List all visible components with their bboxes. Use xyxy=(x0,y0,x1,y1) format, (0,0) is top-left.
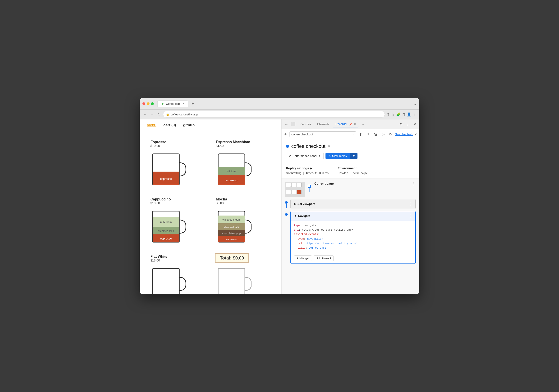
main-content: menu cart (0) github Espresso $10.00 esp… xyxy=(140,119,419,294)
bookmark-icon[interactable]: ☆ xyxy=(391,112,394,116)
active-tab[interactable]: ▼ Coffee cart ✕ xyxy=(157,100,188,107)
add-timeout-button[interactable]: Add timeout xyxy=(314,256,334,261)
extensions-icon[interactable]: 🧩 xyxy=(396,112,401,116)
step-dot-1 xyxy=(285,201,288,204)
recorder-tab-close-icon[interactable]: ✕ xyxy=(354,123,356,125)
performance-panel-button[interactable]: ⟳ Performance panel ▼ xyxy=(286,153,324,159)
devtools-more-icon[interactable]: ⋮ xyxy=(405,121,411,127)
slow-replay-group: ▷ Slow replay ▼ xyxy=(326,153,357,159)
product-cappuccino[interactable]: Cappuccino $19.00 milk foam steamed milk… xyxy=(145,194,211,251)
traffic-lights xyxy=(142,102,154,105)
close-traffic-light[interactable] xyxy=(142,102,145,105)
inspect-element-icon[interactable]: ⊹ xyxy=(283,121,289,127)
performance-panel-icon: ⟳ xyxy=(289,154,291,158)
slow-replay-button[interactable]: ▷ Slow replay xyxy=(326,153,350,159)
share-icon[interactable]: ⬆ xyxy=(387,112,390,116)
product-name: Cappuccino xyxy=(150,197,205,201)
tab-elements[interactable]: Elements xyxy=(315,121,332,127)
lock-icon: 🔒 xyxy=(166,113,169,116)
product-americano[interactable]: Ameri... $7.00 Total: $0.00 xyxy=(211,251,276,294)
svg-text:espresso: espresso xyxy=(225,179,237,182)
nav-github-link[interactable]: github xyxy=(183,123,195,127)
device-toolbar-icon[interactable]: ⬜ xyxy=(290,121,297,127)
code-type-key: type xyxy=(294,224,300,227)
minimize-traffic-light[interactable] xyxy=(147,102,149,105)
send-feedback-link[interactable]: Send feedback xyxy=(395,133,413,136)
product-name: Mocha xyxy=(216,197,271,201)
current-page-more-icon[interactable]: ⋮ xyxy=(412,181,416,186)
recording-title-text: coffee checkout xyxy=(291,143,326,149)
code-nav-url-val: https://coffee-cart.netlify.app/ xyxy=(306,242,357,245)
replay-icon[interactable]: ▷ xyxy=(381,131,386,137)
product-name: Espresso xyxy=(150,140,205,144)
code-nav-url-key: url xyxy=(298,242,302,245)
navigate-more-icon[interactable]: ⋮ xyxy=(408,214,412,218)
cast-icon[interactable]: ⊓ xyxy=(402,112,405,116)
product-mocha[interactable]: Mocha $8.00 whipped cream steamed milk c… xyxy=(211,194,276,251)
code-nav-title-val: Coffee cart xyxy=(309,246,326,249)
address-bar-row: ← → ↻ 🔒 coffee-cart.netlify.app ⬆ ☆ 🧩 ⊓ … xyxy=(140,110,419,119)
product-espresso[interactable]: Espresso $10.00 espresso xyxy=(145,136,211,194)
record-icon[interactable]: ⟳ xyxy=(388,131,393,137)
code-nav-title-key: title xyxy=(298,246,306,249)
title-bar-controls: ⌄ xyxy=(414,102,417,106)
code-url-val: https://coffee-cart.netlify.app/ xyxy=(302,228,353,232)
product-flat-white[interactable]: Flat White $18.00 xyxy=(145,251,211,294)
cappuccino-mug-svg: milk foam steamed milk espresso xyxy=(150,207,186,247)
timeline-thumb-col xyxy=(285,181,305,197)
help-icon[interactable]: ? xyxy=(415,132,417,136)
edit-recording-name-icon[interactable]: ✏ xyxy=(328,144,331,148)
recording-select-dropdown[interactable]: coffee checkout ⌄ xyxy=(289,131,356,137)
browser-window: ▼ Coffee cart ✕ + ⌄ ← → ↻ 🔒 coffee-cart.… xyxy=(140,98,419,294)
product-espresso-macchiato[interactable]: Espresso Macchiato $12.00 milk foam espr… xyxy=(211,136,276,194)
current-page-header: Current page ⋮ xyxy=(314,181,416,186)
address-bar[interactable]: 🔒 coffee-cart.netlify.app xyxy=(163,111,385,118)
import-icon[interactable]: ⬇ xyxy=(365,131,371,137)
delete-icon[interactable]: 🗑 xyxy=(373,131,379,137)
devtools-toolbar: ⊹ ⬜ Sources Elements Recorder 📌 ✕ » ⚙ ⋮ … xyxy=(281,119,419,129)
slow-replay-label: Slow replay xyxy=(332,154,347,158)
svg-text:chocolate syrup: chocolate syrup xyxy=(222,232,241,235)
code-colon-1: : xyxy=(300,224,304,227)
add-recording-button[interactable]: + xyxy=(284,132,287,137)
code-colon-3: : xyxy=(318,233,319,236)
back-button[interactable]: ← xyxy=(142,111,148,117)
add-target-button[interactable]: Add target xyxy=(294,256,312,261)
slow-replay-dropdown-button[interactable]: ▼ xyxy=(350,153,357,159)
svg-text:espresso: espresso xyxy=(160,237,172,240)
nav-cart-link[interactable]: cart (0) xyxy=(164,123,176,127)
new-tab-button[interactable]: + xyxy=(189,100,196,107)
browser-menu-icon[interactable]: ⋮ xyxy=(413,112,417,116)
nav-menu-link[interactable]: menu xyxy=(147,123,156,127)
reload-button[interactable]: ↻ xyxy=(157,111,161,117)
svg-text:espresso: espresso xyxy=(226,238,237,241)
tab-close-icon[interactable]: ✕ xyxy=(183,102,185,105)
replay-settings-title[interactable]: Replay settings ▶ xyxy=(286,167,329,170)
forward-button[interactable]: → xyxy=(149,111,155,117)
step-card-header-navigate[interactable]: ▼ Navigate ⋮ xyxy=(291,211,415,221)
tab-more[interactable]: » xyxy=(360,121,366,127)
replay-settings-label: Replay settings xyxy=(286,167,309,170)
profile-icon[interactable]: 👤 xyxy=(407,112,411,116)
svg-text:espresso: espresso xyxy=(160,177,172,180)
code-asserted-key: asserted events xyxy=(294,233,318,236)
dropdown-chevron-icon: ⌄ xyxy=(352,133,354,136)
current-page-title: Current page xyxy=(314,182,334,185)
step-dot-col-2 xyxy=(285,211,288,216)
set-viewport-more-icon[interactable]: ⋮ xyxy=(408,202,412,206)
timeline-row: Current page ⋮ xyxy=(285,181,416,197)
set-viewport-arrow-icon: ▶ xyxy=(294,202,296,205)
webpage-nav: menu cart (0) github xyxy=(140,119,281,131)
code-colon-4: : xyxy=(304,238,307,241)
devtools-settings-icon[interactable]: ⚙ xyxy=(398,121,404,127)
step-card-header-set-viewport[interactable]: ▶ Set viewport ⋮ xyxy=(291,199,415,209)
step-dot-2 xyxy=(285,213,288,216)
devtools-close-icon[interactable]: ✕ xyxy=(412,121,418,127)
maximize-traffic-light[interactable] xyxy=(151,102,154,105)
tab-recorder[interactable]: Recorder 📌 ✕ xyxy=(333,121,359,127)
performance-panel-label: Performance panel xyxy=(293,154,317,158)
svg-text:steamed milk: steamed milk xyxy=(158,230,174,233)
window-controls-icon[interactable]: ⌄ xyxy=(414,102,417,106)
tab-sources[interactable]: Sources xyxy=(298,121,314,127)
export-icon[interactable]: ⬆ xyxy=(358,131,363,137)
